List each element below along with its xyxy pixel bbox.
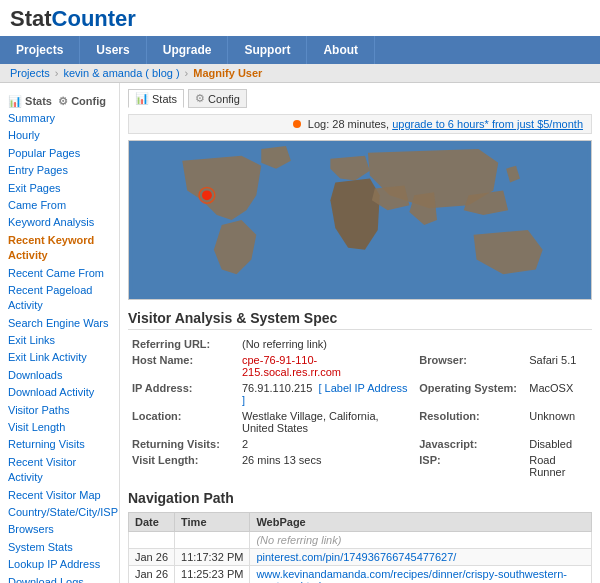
navbar: Projects Users Upgrade Support About [0,36,600,64]
sidebar-download-activity[interactable]: Download Activity [8,384,111,401]
sidebar-entry-pages[interactable]: Entry Pages [8,162,111,179]
nav-row-date: Jan 26 [129,549,175,566]
sidebar-downloads[interactable]: Downloads [8,367,111,384]
returning-visits-value: 2 [238,436,415,452]
svg-point-1 [202,190,212,200]
browser-value: Safari 5.1 [525,352,592,380]
returning-visits-label: Returning Visits: [128,436,238,452]
breadcrumb-sep2: › [185,67,189,79]
col-webpage: WebPage [250,513,592,532]
visit-length-value: 26 mins 13 secs [238,452,415,480]
content: 📊 Stats ⚙ Config Log: 28 minutes, upgrad… [120,83,600,583]
resolution-label: Resolution: [415,408,525,436]
visit-length-row: Visit Length: 26 mins 13 secs ISP: Road … [128,452,592,480]
sidebar-hourly[interactable]: Hourly [8,127,111,144]
resolution-value: Unknown [525,408,592,436]
sidebar-popular-pages[interactable]: Popular Pages [8,145,111,162]
main: 📊 Stats ⚙ Config Summary Hourly Popular … [0,83,600,583]
browser-label: Browser: [415,352,525,380]
sidebar-search-engine-wars[interactable]: Search Engine Wars [8,315,111,332]
nav-table-row: Jan 2611:17:32 PMpinterest.com/pin/17493… [129,549,592,566]
world-map [128,140,592,300]
breadcrumb-blog[interactable]: kevin & amanda ( blog ) [63,67,179,79]
nav-table-row: Jan 2611:25:23 PMwww.kevinandamanda.com/… [129,566,592,584]
nav-table-row: (No referring link) [129,532,592,549]
nav-row-page: pinterest.com/pin/174936766745477627/ [250,549,592,566]
header: StatCounter [0,0,600,36]
sidebar-visitor-paths[interactable]: Visitor Paths [8,402,111,419]
sidebar-system-stats[interactable]: System Stats [8,539,111,556]
referring-url-label: Referring URL: [128,336,238,352]
visitor-info-table: Referring URL: (No referring link) Host … [128,336,592,480]
nav-row-time [175,532,250,549]
orange-dot-icon [293,120,301,128]
nav-path-title: Navigation Path [128,490,592,506]
os-value: MacOSX [525,380,592,408]
location-row: Location: Westlake Village, California, … [128,408,592,436]
log-upgrade-link[interactable]: upgrade to 6 hours* from just $5/month [392,118,583,130]
log-bar: Log: 28 minutes, upgrade to 6 hours* fro… [128,114,592,134]
nav-row-date: Jan 26 [129,566,175,584]
breadcrumb-projects[interactable]: Projects [10,67,50,79]
sidebar-summary[interactable]: Summary [8,110,111,127]
nav-support[interactable]: Support [228,36,307,64]
col-time: Time [175,513,250,532]
ip-address-label: IP Address: [128,380,238,408]
location-label: Location: [128,408,238,436]
sidebar-download-logs[interactable]: Download Logs [8,574,111,583]
sidebar-returning-visits[interactable]: Returning Visits [8,436,111,453]
sidebar-browsers[interactable]: Browsers [8,521,111,538]
breadcrumb-current: Magnify User [193,67,262,79]
navigation-path-section: Navigation Path Date Time WebPage (No re… [128,490,592,583]
sidebar-exit-link-activity[interactable]: Exit Link Activity [8,349,111,366]
host-name-row: Host Name: cpe-76-91-110-215.socal.res.r… [128,352,592,380]
nav-projects[interactable]: Projects [0,36,80,64]
ip-number: 76.91.110.215 [242,382,312,394]
sidebar-country-state[interactable]: Country/State/City/ISP [8,504,111,521]
nav-about[interactable]: About [307,36,375,64]
sidebar-recent-keyword[interactable]: Recent Keyword Activity [8,232,111,265]
sidebar-recent-came-from[interactable]: Recent Came From [8,265,111,282]
map-svg [129,141,591,299]
logo-stat: Stat [10,6,52,31]
nav-users[interactable]: Users [80,36,146,64]
sidebar-recent-pageload[interactable]: Recent Pageload Activity [8,282,111,315]
referring-url-value: (No referring link) [238,336,592,352]
ip-address-row: IP Address: 76.91.110.215 [ Label IP Add… [128,380,592,408]
nav-row-date [129,532,175,549]
isp-label: ISP: [415,452,525,480]
nav-page-link[interactable]: www.kevinandamanda.com/recipes/dinner/cr… [256,568,567,583]
javascript-label: Javascript: [415,436,525,452]
nav-upgrade[interactable]: Upgrade [147,36,229,64]
sidebar-recent-visitor-activity[interactable]: Recent Visitor Activity [8,454,111,487]
host-name-link[interactable]: cpe-76-91-110-215.socal.res.rr.com [242,354,341,378]
host-name-value: cpe-76-91-110-215.socal.res.rr.com [238,352,415,380]
host-name-label: Host Name: [128,352,238,380]
log-text: Log: 28 minutes, [308,118,389,130]
tab-stats[interactable]: 📊 Stats [128,89,184,108]
sidebar: 📊 Stats ⚙ Config Summary Hourly Popular … [0,83,120,583]
breadcrumb-sep1: › [55,67,59,79]
sidebar-visit-length[interactable]: Visit Length [8,419,111,436]
visitor-analysis-section: Visitor Analysis & System Spec Referring… [128,310,592,480]
sidebar-keyword-analysis[interactable]: Keyword Analysis [8,214,111,231]
stats-section-title: 📊 Stats ⚙ Config [8,95,111,108]
sidebar-came-from[interactable]: Came From [8,197,111,214]
sidebar-recent-visitor-map[interactable]: Recent Visitor Map [8,487,111,504]
nav-path-table: Date Time WebPage (No referring link)Jan… [128,512,592,583]
sidebar-exit-links[interactable]: Exit Links [8,332,111,349]
breadcrumb: Projects › kevin & amanda ( blog ) › Mag… [0,64,600,83]
nav-page-link[interactable]: pinterest.com/pin/174936766745477627/ [256,551,456,563]
referring-url-row: Referring URL: (No referring link) [128,336,592,352]
nav-row-page: www.kevinandamanda.com/recipes/dinner/cr… [250,566,592,584]
tab-stats-label: Stats [152,93,177,105]
returning-visits-row: Returning Visits: 2 Javascript: Disabled [128,436,592,452]
tabs: 📊 Stats ⚙ Config [128,89,592,108]
sidebar-exit-pages[interactable]: Exit Pages [8,180,111,197]
config-gear-icon: ⚙ [195,92,205,105]
col-date: Date [129,513,175,532]
nav-row-time: 11:25:23 PM [175,566,250,584]
tab-config[interactable]: ⚙ Config [188,89,247,108]
logo: StatCounter [10,6,590,32]
sidebar-lookup-ip[interactable]: Lookup IP Address [8,556,111,573]
